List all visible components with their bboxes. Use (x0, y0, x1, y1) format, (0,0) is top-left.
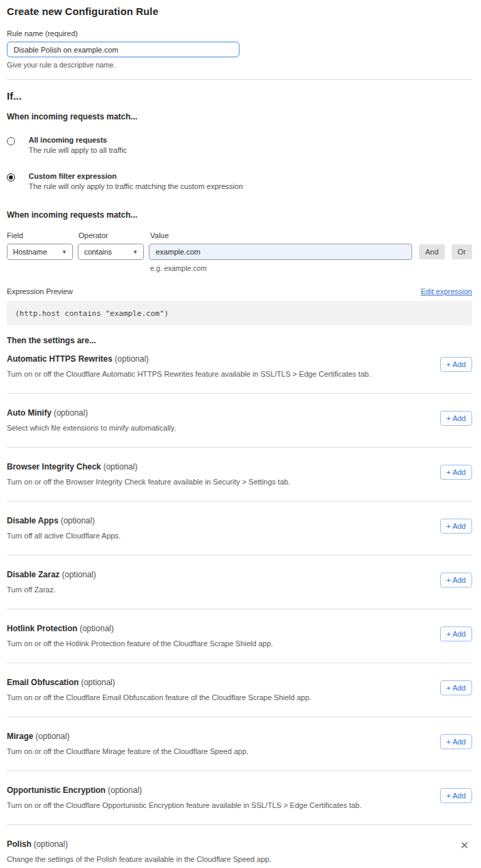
add-button[interactable]: + Add (440, 788, 472, 803)
setting-row-opportunistic-encryption: Opportunistic Encryption (optional) Turn… (7, 771, 472, 825)
setting-description: Turn on or off the Cloudflare Email Obfu… (7, 693, 472, 701)
chevron-down-icon: ▼ (61, 249, 67, 255)
setting-title: Hotlink Protection (7, 624, 77, 633)
section-divider (7, 79, 472, 80)
and-button[interactable]: And (419, 244, 445, 259)
add-button[interactable]: + Add (440, 357, 472, 372)
optional-label: (optional) (54, 408, 88, 418)
value-label: Value (150, 231, 169, 240)
setting-title: Email Obfuscation (7, 678, 78, 687)
if-heading: If... (7, 90, 472, 102)
radio-label: All incoming requests (29, 136, 127, 144)
field-select[interactable]: Hostname ▼ (7, 244, 73, 260)
setting-title: Polish (7, 839, 31, 849)
setting-row-browser-integrity-check: Browser Integrity Check (optional) Turn … (7, 448, 472, 502)
setting-title: Mirage (7, 732, 33, 741)
setting-row-disable-zaraz: Disable Zaraz (optional) Turn off Zaraz.… (7, 555, 472, 609)
setting-row-automatic-https-rewrites: Automatic HTTPS Rewrites (optional) Turn… (7, 345, 472, 394)
setting-description: Turn on or off the Hotlink Protection fe… (7, 639, 472, 648)
field-select-value: Hostname (13, 248, 47, 256)
setting-row-hotlink-protection: Hotlink Protection (optional) Turn on or… (7, 609, 472, 663)
add-button[interactable]: + Add (440, 465, 472, 480)
radio-description: The rule will only apply to traffic matc… (29, 182, 243, 190)
add-button[interactable]: + Add (440, 680, 472, 695)
radio-custom-filter-expression[interactable]: Custom filter expression The rule will o… (7, 172, 472, 190)
setting-title: Disable Zaraz (7, 570, 59, 579)
rule-name-helper: Give your rule a descriptive name. (7, 61, 472, 69)
operator-label: Operator (78, 231, 150, 240)
field-label: Field (7, 231, 78, 240)
expression-builder-row: Hostname ▼ contains ▼ And Or (7, 244, 472, 260)
operator-select-value: contains (84, 248, 112, 256)
setting-title: Browser Integrity Check (7, 462, 101, 472)
setting-title: Automatic HTTPS Rewrites (7, 354, 113, 364)
radio-label: Custom filter expression (29, 172, 243, 180)
radio-all-incoming-requests[interactable]: All incoming requests The rule will appl… (7, 136, 472, 154)
radio-selected-icon[interactable] (7, 173, 15, 182)
add-button[interactable]: + Add (440, 734, 472, 749)
edit-expression-link[interactable]: Edit expression (421, 287, 472, 295)
setting-title: Opportunistic Encryption (7, 785, 106, 795)
radio-description: The rule will apply to all traffic (29, 146, 127, 154)
radio-unselected-icon[interactable] (7, 137, 15, 145)
add-button[interactable]: + Add (440, 411, 472, 426)
settings-heading: Then the settings are... (7, 336, 472, 345)
add-button[interactable]: + Add (440, 626, 472, 641)
add-button[interactable]: + Add (440, 519, 472, 534)
optional-label: (optional) (115, 354, 149, 364)
incoming-requests-match-heading: When incoming requests match... (7, 112, 472, 121)
operator-select[interactable]: contains ▼ (78, 244, 144, 260)
expression-preview-header: Expression Preview Edit expression (7, 287, 472, 295)
setting-row-disable-apps: Disable Apps (optional) Turn off all act… (7, 502, 472, 555)
expression-builder-heading: When incoming requests match... (7, 210, 472, 220)
value-hint: e.g. example.com (150, 264, 472, 272)
setting-description: Turn on or off the Cloudflare Opportunis… (7, 801, 472, 809)
expression-preview-label: Expression Preview (7, 287, 73, 295)
setting-row-mirage: Mirage (optional) Turn on or off the Clo… (7, 717, 472, 771)
setting-description: Select which file extensions to minify a… (7, 424, 472, 432)
optional-label: (optional) (62, 570, 96, 579)
setting-row-polish: Polish (optional) Change the settings of… (7, 825, 472, 868)
optional-label: (optional) (33, 839, 68, 849)
value-input[interactable] (149, 244, 412, 260)
setting-title: Disable Apps (7, 516, 59, 525)
rule-name-label: Rule name (required) (7, 29, 472, 38)
setting-description: Turn off Zaraz. (7, 585, 472, 594)
setting-row-auto-minify: Auto Minify (optional) Select which file… (7, 394, 472, 448)
close-icon[interactable]: ✕ (460, 841, 469, 851)
optional-label: (optional) (80, 624, 114, 633)
setting-row-email-obfuscation: Email Obfuscation (optional) Turn on or … (7, 663, 472, 717)
page-title: Create new Configuration Rule (7, 5, 472, 17)
optional-label: (optional) (81, 678, 115, 687)
create-configuration-rule-form: Create new Configuration Rule Rule name … (0, 0, 481, 868)
setting-description: Turn on or off the Cloudflare Mirage fea… (7, 747, 472, 755)
chevron-down-icon: ▼ (132, 249, 138, 255)
add-button[interactable]: + Add (440, 573, 472, 588)
setting-title: Auto Minify (7, 408, 51, 418)
optional-label: (optional) (103, 462, 137, 472)
optional-label: (optional) (108, 785, 142, 795)
setting-description: Turn on or off the Cloudflare Automatic … (7, 370, 472, 378)
optional-label: (optional) (35, 732, 70, 741)
optional-label: (optional) (61, 516, 95, 525)
or-button[interactable]: Or (452, 244, 472, 259)
setting-description: Change the settings of the Polish featur… (7, 855, 472, 863)
expression-builder-labels: Field Operator Value (7, 231, 472, 240)
setting-description: Turn on or off the Browser Integrity Che… (7, 478, 472, 486)
setting-description: Turn off all active Cloudflare Apps. (7, 532, 472, 540)
rule-name-input[interactable] (7, 42, 239, 57)
expression-preview-code: (http.host contains "example.com") (7, 301, 472, 326)
